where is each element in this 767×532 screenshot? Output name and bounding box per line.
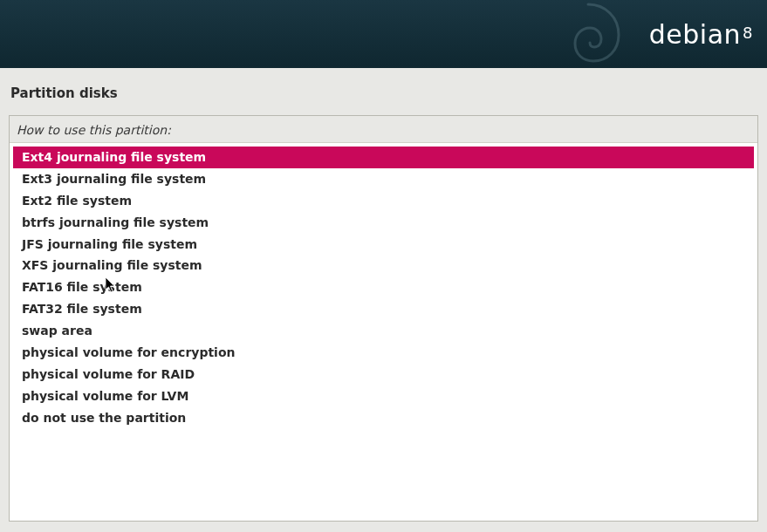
header-banner: debian8 [0,0,767,68]
filesystem-list[interactable]: Ext4 journaling file systemExt3 journali… [13,147,754,517]
list-item[interactable]: JFS journaling file system [13,234,754,256]
prompt-label: How to use this partition: [10,116,757,143]
list-item[interactable]: swap area [13,320,754,342]
page-title: Partition disks [9,77,758,115]
list-item[interactable]: btrfs journaling file system [13,212,754,234]
brand-logo: debian8 [649,19,753,50]
list-item[interactable]: FAT16 file system [13,276,754,298]
list-item[interactable]: do not use the partition [13,407,754,429]
brand-version: 8 [743,24,753,42]
list-item[interactable]: XFS journaling file system [13,255,754,276]
debian-swirl-icon [536,0,640,68]
options-panel: How to use this partition: Ext4 journali… [9,115,758,522]
list-item[interactable]: Ext3 journaling file system [13,168,754,190]
list-item[interactable]: Ext2 file system [13,190,754,212]
list-item[interactable]: physical volume for encryption [13,342,754,364]
list-item[interactable]: Ext4 journaling file system [13,147,754,168]
list-item[interactable]: physical volume for LVM [13,385,754,407]
brand-name: debian [649,19,741,50]
list-item[interactable]: physical volume for RAID [13,364,754,385]
list-item[interactable]: FAT32 file system [13,298,754,320]
content-area: Partition disks How to use this partitio… [0,68,767,530]
